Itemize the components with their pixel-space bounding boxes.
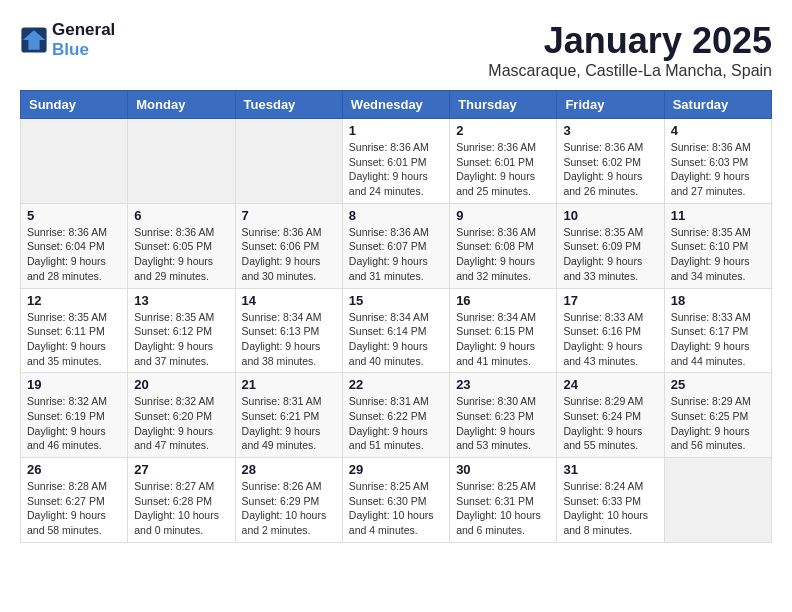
day-number: 15	[349, 293, 443, 308]
day-info: Sunrise: 8:35 AM Sunset: 6:10 PM Dayligh…	[671, 225, 765, 284]
calendar: SundayMondayTuesdayWednesdayThursdayFrid…	[20, 90, 772, 543]
day-number: 16	[456, 293, 550, 308]
week-row-1: 1Sunrise: 8:36 AM Sunset: 6:01 PM Daylig…	[21, 119, 772, 204]
day-number: 11	[671, 208, 765, 223]
weekday-header-friday: Friday	[557, 91, 664, 119]
day-info: Sunrise: 8:34 AM Sunset: 6:14 PM Dayligh…	[349, 310, 443, 369]
calendar-cell: 17Sunrise: 8:33 AM Sunset: 6:16 PM Dayli…	[557, 288, 664, 373]
day-info: Sunrise: 8:36 AM Sunset: 6:04 PM Dayligh…	[27, 225, 121, 284]
calendar-cell: 3Sunrise: 8:36 AM Sunset: 6:02 PM Daylig…	[557, 119, 664, 204]
day-number: 19	[27, 377, 121, 392]
day-number: 30	[456, 462, 550, 477]
calendar-cell: 13Sunrise: 8:35 AM Sunset: 6:12 PM Dayli…	[128, 288, 235, 373]
day-info: Sunrise: 8:36 AM Sunset: 6:07 PM Dayligh…	[349, 225, 443, 284]
day-info: Sunrise: 8:32 AM Sunset: 6:20 PM Dayligh…	[134, 394, 228, 453]
logo-text-line1: General	[52, 20, 115, 40]
calendar-cell: 1Sunrise: 8:36 AM Sunset: 6:01 PM Daylig…	[342, 119, 449, 204]
calendar-cell: 5Sunrise: 8:36 AM Sunset: 6:04 PM Daylig…	[21, 203, 128, 288]
day-number: 7	[242, 208, 336, 223]
day-number: 1	[349, 123, 443, 138]
calendar-cell: 9Sunrise: 8:36 AM Sunset: 6:08 PM Daylig…	[450, 203, 557, 288]
day-info: Sunrise: 8:33 AM Sunset: 6:16 PM Dayligh…	[563, 310, 657, 369]
day-number: 2	[456, 123, 550, 138]
day-info: Sunrise: 8:26 AM Sunset: 6:29 PM Dayligh…	[242, 479, 336, 538]
day-info: Sunrise: 8:29 AM Sunset: 6:25 PM Dayligh…	[671, 394, 765, 453]
day-info: Sunrise: 8:31 AM Sunset: 6:21 PM Dayligh…	[242, 394, 336, 453]
day-info: Sunrise: 8:35 AM Sunset: 6:11 PM Dayligh…	[27, 310, 121, 369]
day-number: 5	[27, 208, 121, 223]
day-number: 20	[134, 377, 228, 392]
day-info: Sunrise: 8:28 AM Sunset: 6:27 PM Dayligh…	[27, 479, 121, 538]
calendar-cell	[21, 119, 128, 204]
calendar-cell: 19Sunrise: 8:32 AM Sunset: 6:19 PM Dayli…	[21, 373, 128, 458]
weekday-header-monday: Monday	[128, 91, 235, 119]
day-info: Sunrise: 8:36 AM Sunset: 6:01 PM Dayligh…	[456, 140, 550, 199]
week-row-3: 12Sunrise: 8:35 AM Sunset: 6:11 PM Dayli…	[21, 288, 772, 373]
day-number: 24	[563, 377, 657, 392]
weekday-header-wednesday: Wednesday	[342, 91, 449, 119]
day-number: 17	[563, 293, 657, 308]
month-title: January 2025	[488, 20, 772, 62]
day-info: Sunrise: 8:35 AM Sunset: 6:09 PM Dayligh…	[563, 225, 657, 284]
logo: General Blue	[20, 20, 115, 60]
day-info: Sunrise: 8:36 AM Sunset: 6:01 PM Dayligh…	[349, 140, 443, 199]
calendar-cell: 7Sunrise: 8:36 AM Sunset: 6:06 PM Daylig…	[235, 203, 342, 288]
calendar-cell: 11Sunrise: 8:35 AM Sunset: 6:10 PM Dayli…	[664, 203, 771, 288]
calendar-cell: 30Sunrise: 8:25 AM Sunset: 6:31 PM Dayli…	[450, 458, 557, 543]
calendar-cell: 22Sunrise: 8:31 AM Sunset: 6:22 PM Dayli…	[342, 373, 449, 458]
day-number: 14	[242, 293, 336, 308]
calendar-cell: 21Sunrise: 8:31 AM Sunset: 6:21 PM Dayli…	[235, 373, 342, 458]
location: Mascaraque, Castille-La Mancha, Spain	[488, 62, 772, 80]
day-number: 29	[349, 462, 443, 477]
weekday-header-tuesday: Tuesday	[235, 91, 342, 119]
calendar-cell: 2Sunrise: 8:36 AM Sunset: 6:01 PM Daylig…	[450, 119, 557, 204]
day-number: 10	[563, 208, 657, 223]
logo-text-line2: Blue	[52, 40, 115, 60]
page-header: General Blue January 2025 Mascaraque, Ca…	[20, 20, 772, 80]
week-row-4: 19Sunrise: 8:32 AM Sunset: 6:19 PM Dayli…	[21, 373, 772, 458]
week-row-2: 5Sunrise: 8:36 AM Sunset: 6:04 PM Daylig…	[21, 203, 772, 288]
logo-icon	[20, 26, 48, 54]
calendar-cell: 27Sunrise: 8:27 AM Sunset: 6:28 PM Dayli…	[128, 458, 235, 543]
calendar-cell: 18Sunrise: 8:33 AM Sunset: 6:17 PM Dayli…	[664, 288, 771, 373]
calendar-cell: 15Sunrise: 8:34 AM Sunset: 6:14 PM Dayli…	[342, 288, 449, 373]
day-number: 12	[27, 293, 121, 308]
day-info: Sunrise: 8:36 AM Sunset: 6:02 PM Dayligh…	[563, 140, 657, 199]
calendar-cell: 29Sunrise: 8:25 AM Sunset: 6:30 PM Dayli…	[342, 458, 449, 543]
day-number: 13	[134, 293, 228, 308]
day-info: Sunrise: 8:24 AM Sunset: 6:33 PM Dayligh…	[563, 479, 657, 538]
day-info: Sunrise: 8:36 AM Sunset: 6:08 PM Dayligh…	[456, 225, 550, 284]
day-number: 26	[27, 462, 121, 477]
day-number: 28	[242, 462, 336, 477]
calendar-cell: 12Sunrise: 8:35 AM Sunset: 6:11 PM Dayli…	[21, 288, 128, 373]
day-info: Sunrise: 8:29 AM Sunset: 6:24 PM Dayligh…	[563, 394, 657, 453]
calendar-cell: 4Sunrise: 8:36 AM Sunset: 6:03 PM Daylig…	[664, 119, 771, 204]
calendar-cell: 8Sunrise: 8:36 AM Sunset: 6:07 PM Daylig…	[342, 203, 449, 288]
day-info: Sunrise: 8:36 AM Sunset: 6:06 PM Dayligh…	[242, 225, 336, 284]
calendar-cell: 26Sunrise: 8:28 AM Sunset: 6:27 PM Dayli…	[21, 458, 128, 543]
calendar-cell: 23Sunrise: 8:30 AM Sunset: 6:23 PM Dayli…	[450, 373, 557, 458]
day-number: 6	[134, 208, 228, 223]
day-info: Sunrise: 8:34 AM Sunset: 6:13 PM Dayligh…	[242, 310, 336, 369]
calendar-cell	[664, 458, 771, 543]
day-number: 27	[134, 462, 228, 477]
day-number: 9	[456, 208, 550, 223]
calendar-cell: 25Sunrise: 8:29 AM Sunset: 6:25 PM Dayli…	[664, 373, 771, 458]
day-info: Sunrise: 8:25 AM Sunset: 6:31 PM Dayligh…	[456, 479, 550, 538]
calendar-cell	[128, 119, 235, 204]
calendar-cell: 24Sunrise: 8:29 AM Sunset: 6:24 PM Dayli…	[557, 373, 664, 458]
weekday-header-saturday: Saturday	[664, 91, 771, 119]
weekday-header-thursday: Thursday	[450, 91, 557, 119]
calendar-cell: 14Sunrise: 8:34 AM Sunset: 6:13 PM Dayli…	[235, 288, 342, 373]
day-info: Sunrise: 8:32 AM Sunset: 6:19 PM Dayligh…	[27, 394, 121, 453]
day-info: Sunrise: 8:34 AM Sunset: 6:15 PM Dayligh…	[456, 310, 550, 369]
week-row-5: 26Sunrise: 8:28 AM Sunset: 6:27 PM Dayli…	[21, 458, 772, 543]
calendar-cell: 6Sunrise: 8:36 AM Sunset: 6:05 PM Daylig…	[128, 203, 235, 288]
day-info: Sunrise: 8:25 AM Sunset: 6:30 PM Dayligh…	[349, 479, 443, 538]
day-number: 18	[671, 293, 765, 308]
day-number: 25	[671, 377, 765, 392]
calendar-cell: 20Sunrise: 8:32 AM Sunset: 6:20 PM Dayli…	[128, 373, 235, 458]
calendar-cell: 31Sunrise: 8:24 AM Sunset: 6:33 PM Dayli…	[557, 458, 664, 543]
day-number: 8	[349, 208, 443, 223]
day-info: Sunrise: 8:31 AM Sunset: 6:22 PM Dayligh…	[349, 394, 443, 453]
